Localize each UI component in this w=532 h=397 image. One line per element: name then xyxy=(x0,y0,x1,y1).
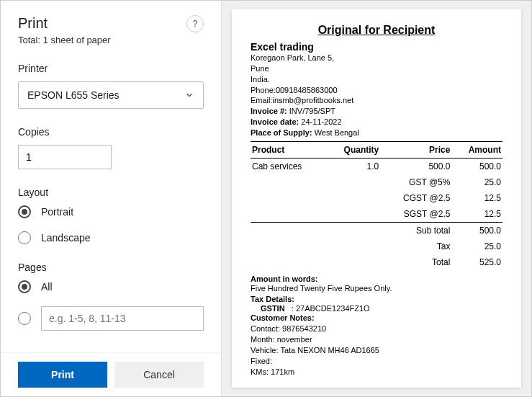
col-qty: Quantity xyxy=(326,141,380,158)
table-row: Total525.0 xyxy=(251,254,502,270)
pages-custom-option[interactable] xyxy=(18,306,204,331)
table-row: Cab services 1.0 500.0 500.0 xyxy=(251,158,502,174)
printer-select[interactable]: EPSON L655 Series xyxy=(18,81,204,109)
printer-label: Printer xyxy=(18,63,204,74)
pages-all-label: All xyxy=(41,281,53,293)
landscape-label: Landscape xyxy=(41,232,91,244)
amount-words-label: Amount in words: xyxy=(251,275,502,283)
email-line: Email:insmb@profitbooks.net xyxy=(251,95,502,106)
printer-section: Printer EPSON L655 Series xyxy=(18,63,204,109)
tax-details-label: Tax Details: xyxy=(251,294,502,305)
preview-page: Original for Recipient Excel trading Kor… xyxy=(232,9,521,388)
table-row: Tax25.0 xyxy=(251,238,502,254)
company-name: Excel trading xyxy=(251,41,502,53)
radio-icon xyxy=(18,231,31,244)
amount-words: Five Hundred Twenty Five Rupees Only. xyxy=(251,283,502,294)
invoice-number-line: Invoice #: INV/795/SPT xyxy=(251,106,502,117)
gstin-line: GSTIN : 27ABCDE1234FZ1O xyxy=(251,304,502,313)
table-row: GST @5%25.0 xyxy=(251,174,502,190)
table-row: SGST @2.512.5 xyxy=(251,206,502,223)
invoice-heading: Original for Recipient xyxy=(251,24,502,37)
col-product: Product xyxy=(251,141,326,158)
place-of-supply-line: Place of Supply: West Bengal xyxy=(251,128,502,138)
pages-custom-input[interactable] xyxy=(41,306,204,331)
table-row: Sub total500.0 xyxy=(251,222,502,238)
note-line: Fixed: xyxy=(251,356,502,367)
customer-notes-label: Customer Notes: xyxy=(251,313,502,324)
help-button[interactable]: ? xyxy=(186,15,204,32)
portrait-label: Portrait xyxy=(41,206,73,218)
radio-icon xyxy=(18,312,31,325)
print-sidebar: Print Total: 1 sheet of paper ? Printer … xyxy=(1,1,222,396)
table-row: CGST @2.512.5 xyxy=(251,190,502,206)
invoice-table: Product Quantity Price Amount Cab servic… xyxy=(251,141,502,270)
printer-selected: EPSON L655 Series xyxy=(27,89,120,101)
sidebar-scroll[interactable]: Print Total: 1 sheet of paper ? Printer … xyxy=(1,1,221,352)
copies-input[interactable] xyxy=(18,145,112,169)
invoice-date-line: Invoice date: 24-11-2022 xyxy=(251,117,502,128)
button-row: Print Cancel xyxy=(1,352,221,396)
table-header-row: Product Quantity Price Amount xyxy=(251,141,502,158)
layout-section: Layout Portrait Landscape xyxy=(18,187,204,244)
radio-icon xyxy=(18,205,31,218)
addr-line: India. xyxy=(251,74,502,85)
note-line: Month: november xyxy=(251,334,502,345)
total-sheets: Total: 1 sheet of paper xyxy=(18,35,111,45)
note-line: Vehicle: Tata NEXON MH46 AD1665 xyxy=(251,345,502,356)
note-line: Contact: 9876543210 xyxy=(251,324,502,334)
layout-landscape-option[interactable]: Landscape xyxy=(18,231,204,244)
pages-label: Pages xyxy=(18,262,204,273)
dialog-title: Print xyxy=(18,15,111,32)
cancel-button[interactable]: Cancel xyxy=(114,362,204,388)
print-preview-area: Original for Recipient Excel trading Kor… xyxy=(222,1,531,396)
help-icon: ? xyxy=(193,19,198,29)
col-price: Price xyxy=(380,141,451,158)
radio-icon xyxy=(18,280,31,293)
note-line: KMs: 171km xyxy=(251,367,502,378)
phone-line: Phone:00918485863000 xyxy=(251,85,502,96)
pages-all-option[interactable]: All xyxy=(18,280,204,293)
addr-line: Pune xyxy=(251,63,502,74)
layout-label: Layout xyxy=(18,187,204,198)
print-button[interactable]: Print xyxy=(18,362,107,388)
copies-section: Copies xyxy=(18,126,204,169)
layout-portrait-option[interactable]: Portrait xyxy=(18,205,204,218)
pages-section: Pages All xyxy=(18,262,204,331)
col-amount: Amount xyxy=(451,141,502,158)
copies-label: Copies xyxy=(18,126,204,138)
chevron-down-icon xyxy=(184,90,194,100)
addr-line: Koregaon Park, Lane 5, xyxy=(251,53,502,63)
